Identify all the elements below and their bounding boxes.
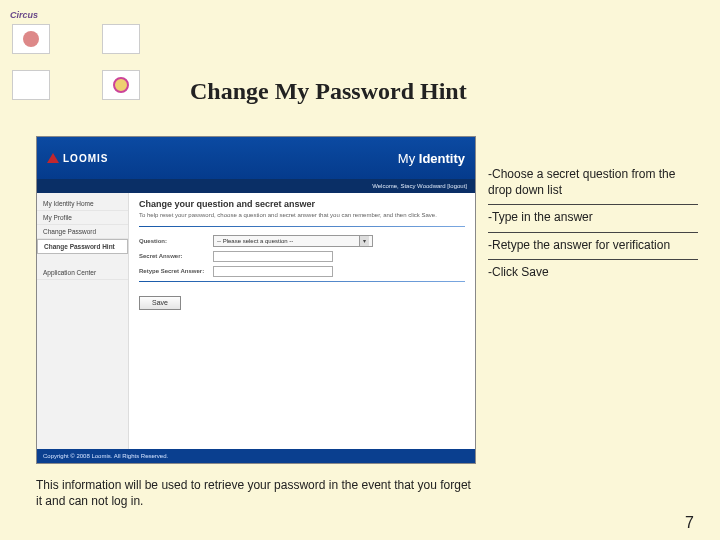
sidebar-item-home[interactable]: My Identity Home <box>37 197 128 211</box>
question-label: Question: <box>139 238 207 244</box>
instruction-item: -Retype the answer for verification <box>488 233 698 261</box>
sidebar-item-app-center[interactable]: Application Center <box>37 266 128 280</box>
copyright-text: Copyright © 2008 Loomis. All Rights Rese… <box>43 453 168 459</box>
save-button[interactable]: Save <box>139 296 181 310</box>
question-select[interactable]: -- Please select a question -- ▾ <box>213 235 373 247</box>
question-select-value: -- Please select a question -- <box>217 238 293 244</box>
logo-tag: Circus <box>10 10 38 20</box>
welcome-text: Welcome, Stacy Woodward [logout] <box>372 183 467 189</box>
app-footer: Copyright © 2008 Loomis. All Rights Rese… <box>37 449 475 463</box>
retype-answer-row: Retype Secret Answer: <box>139 266 465 277</box>
sidebar-item-change-password[interactable]: Change Password <box>37 225 128 239</box>
mini-thumb <box>12 24 50 54</box>
instruction-item: -Click Save <box>488 260 698 287</box>
divider <box>139 281 465 282</box>
instruction-list: -Choose a secret question from the drop … <box>488 162 698 287</box>
page-title: Change My Password Hint <box>190 78 467 105</box>
instruction-item: -Type in the answer <box>488 205 698 233</box>
secret-answer-input[interactable] <box>213 251 333 262</box>
app-logo-text: LOOMIS <box>63 153 108 164</box>
divider <box>139 226 465 227</box>
slide-logo-cluster: Circus <box>10 10 150 110</box>
mini-thumb <box>12 70 50 100</box>
triangle-icon <box>47 153 59 163</box>
page-number: 7 <box>685 514 694 532</box>
question-row: Question: -- Please select a question --… <box>139 235 465 247</box>
sidebar: My Identity Home My Profile Change Passw… <box>37 193 129 449</box>
secret-answer-label: Secret Answer: <box>139 253 207 259</box>
user-bar: Welcome, Stacy Woodward [logout] <box>37 179 475 193</box>
app-logo: LOOMIS <box>47 153 108 164</box>
retype-answer-input[interactable] <box>213 266 333 277</box>
main-description: To help reset your password, choose a qu… <box>139 212 465 220</box>
chevron-down-icon: ▾ <box>359 236 369 246</box>
mini-thumb <box>102 24 140 54</box>
sidebar-item-profile[interactable]: My Profile <box>37 211 128 225</box>
mini-thumb <box>102 70 140 100</box>
instruction-item: -Choose a secret question from the drop … <box>488 162 698 205</box>
sidebar-item-change-hint[interactable]: Change Password Hint <box>37 239 128 254</box>
footnote-text: This information will be used to retriev… <box>36 478 476 509</box>
app-screenshot: LOOMIS My Identity Welcome, Stacy Woodwa… <box>36 136 476 464</box>
main-heading: Change your question and secret answer <box>139 199 465 209</box>
main-panel: Change your question and secret answer T… <box>129 193 475 449</box>
secret-answer-row: Secret Answer: <box>139 251 465 262</box>
retype-answer-label: Retype Secret Answer: <box>139 268 207 274</box>
app-brand: My Identity <box>398 151 465 166</box>
app-header: LOOMIS My Identity <box>37 137 475 179</box>
